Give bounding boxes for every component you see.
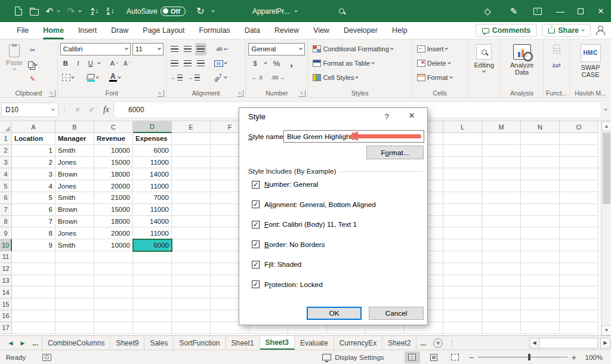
cell-O16[interactable]: [560, 310, 598, 322]
cell-C9[interactable]: 20000: [94, 227, 133, 239]
cell-M6[interactable]: [482, 192, 521, 204]
column-header-c[interactable]: C: [94, 121, 133, 133]
checkbox-icon[interactable]: ✓: [252, 221, 260, 229]
ok-button[interactable]: OK: [307, 307, 362, 320]
cell-D4[interactable]: 14000: [133, 168, 172, 180]
format-cells-button[interactable]: Format: [417, 70, 465, 85]
autosave-toggle[interactable]: Off: [161, 7, 186, 16]
cell-B1[interactable]: Manager: [55, 133, 94, 145]
cell-D11[interactable]: [133, 251, 172, 263]
row-header-8[interactable]: 8: [0, 216, 12, 228]
search-icon[interactable]: [334, 4, 350, 19]
page-layout-view-icon[interactable]: [426, 351, 442, 363]
cell-C11[interactable]: [94, 251, 133, 263]
row-header-7[interactable]: 7: [0, 204, 12, 216]
cell-L8[interactable]: [443, 216, 482, 228]
refresh-icon[interactable]: ↻: [193, 4, 208, 19]
cell-O5[interactable]: [560, 180, 598, 192]
cell-B11[interactable]: [55, 251, 94, 263]
cell-N10[interactable]: [521, 239, 560, 251]
cell-D10[interactable]: 6000: [133, 239, 172, 251]
checkbox-row-alignment[interactable]: ✓Alignment: General, Bottom Aligned: [252, 199, 421, 211]
cell-O14[interactable]: [560, 286, 598, 298]
font-color-icon[interactable]: A: [107, 72, 122, 84]
tab-developer[interactable]: Developer: [337, 22, 385, 39]
cell-N12[interactable]: [521, 263, 560, 275]
zoom-in-icon[interactable]: +: [572, 353, 576, 362]
cell-D7[interactable]: 11000: [133, 204, 172, 216]
cell-E17[interactable]: [172, 322, 211, 334]
comments-button[interactable]: Comments: [476, 24, 538, 37]
cell-C6[interactable]: 21000: [94, 192, 133, 204]
checkbox-row-fill[interactable]: ✓Fill: Shaded: [252, 258, 421, 270]
expand-formula-bar-icon[interactable]: [604, 107, 607, 110]
cell-B15[interactable]: [55, 298, 94, 310]
copy-icon[interactable]: [26, 58, 39, 71]
checkbox-row-border[interactable]: ✓Border: No Borders: [252, 239, 421, 251]
open-file-icon[interactable]: [26, 4, 42, 19]
share-button[interactable]: Share: [542, 24, 591, 37]
alignment-dialog-launcher-icon[interactable]: ↘: [237, 90, 243, 97]
fill-color-icon[interactable]: [85, 72, 100, 84]
page-break-view-icon[interactable]: [448, 351, 463, 363]
cell-O12[interactable]: [560, 263, 598, 275]
column-header-l[interactable]: L: [443, 121, 482, 133]
cell-A12[interactable]: [12, 263, 55, 275]
zoom-level[interactable]: 100%: [582, 354, 603, 361]
align-right-icon[interactable]: [195, 57, 206, 70]
cell-L7[interactable]: [443, 204, 482, 216]
cell-B13[interactable]: [55, 275, 94, 287]
number-format-select[interactable]: General: [248, 43, 305, 55]
accounting-format-icon[interactable]: $: [249, 57, 260, 70]
tab-file[interactable]: File: [10, 22, 36, 39]
cell-L16[interactable]: [443, 310, 482, 322]
cell-E1[interactable]: [172, 133, 211, 145]
cell-M3[interactable]: [482, 157, 521, 169]
cell-C5[interactable]: 20000: [94, 180, 133, 192]
cell-C7[interactable]: 15000: [94, 204, 133, 216]
cell-M12[interactable]: [482, 263, 521, 275]
cut-icon[interactable]: ✂: [26, 44, 39, 57]
ribbon-display-options-icon[interactable]: [530, 4, 545, 19]
display-settings-button[interactable]: Display Settings: [322, 354, 384, 361]
horizontal-scrollbar[interactable]: ◀ ▶: [529, 336, 611, 350]
cell-M10[interactable]: [482, 239, 521, 251]
cell-L5[interactable]: [443, 180, 482, 192]
row-header-5[interactable]: 5: [0, 180, 12, 192]
cell-M4[interactable]: [482, 168, 521, 180]
row-header-1[interactable]: 1: [0, 133, 12, 145]
cell-D17[interactable]: [133, 322, 172, 334]
select-all-corner[interactable]: [0, 121, 12, 133]
cell-M9[interactable]: [482, 227, 521, 239]
cell-A16[interactable]: [12, 310, 55, 322]
sheet-options-icon[interactable]: ⋮: [449, 339, 455, 347]
row-header-11[interactable]: 11: [0, 251, 12, 263]
cell-D9[interactable]: 11000: [133, 227, 172, 239]
row-header-6[interactable]: 6: [0, 192, 12, 204]
row-header-4[interactable]: 4: [0, 168, 12, 180]
increase-indent-icon[interactable]: →: [186, 72, 202, 84]
cell-D14[interactable]: [133, 286, 172, 298]
maximize-button[interactable]: [570, 0, 591, 22]
minimize-button[interactable]: —: [550, 0, 570, 22]
underline-button[interactable]: U: [85, 57, 96, 70]
cell-L2[interactable]: [443, 145, 482, 157]
tab-review[interactable]: Review: [267, 22, 306, 39]
checkbox-icon[interactable]: ✓: [252, 240, 260, 248]
cell-O13[interactable]: [560, 275, 598, 287]
cell-E8[interactable]: [172, 216, 211, 228]
cell-M8[interactable]: [482, 216, 521, 228]
cell-A4[interactable]: 3: [12, 168, 55, 180]
cell-L9[interactable]: [443, 227, 482, 239]
checkbox-icon[interactable]: ✓: [252, 181, 260, 189]
cell-D12[interactable]: [133, 263, 172, 275]
percent-style-icon[interactable]: %: [271, 57, 282, 70]
cell-O8[interactable]: [560, 216, 598, 228]
draw-launcher-icon[interactable]: ✎: [506, 4, 521, 19]
cell-A1[interactable]: Location: [12, 133, 55, 145]
cell-A9[interactable]: 8: [12, 227, 55, 239]
cell-A14[interactable]: [12, 286, 55, 298]
cell-D5[interactable]: 11000: [133, 180, 172, 192]
cell-D8[interactable]: 14000: [133, 216, 172, 228]
cell-N2[interactable]: [521, 145, 560, 157]
